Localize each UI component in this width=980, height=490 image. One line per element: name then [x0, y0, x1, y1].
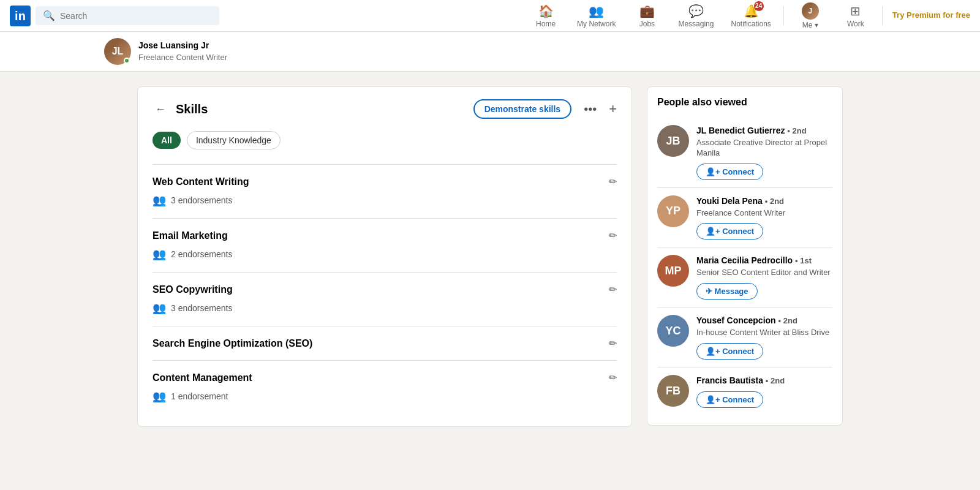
person-info: Youki Dela Pena • 2nd Freelance Content … — [696, 195, 832, 240]
person-avatar[interactable]: YC — [657, 315, 689, 347]
connect-button[interactable]: 👤+ Connect — [696, 343, 763, 360]
person-job-title: Senior SEO Content Editor and Writer — [696, 268, 832, 278]
person-avatar[interactable]: YP — [657, 195, 689, 227]
skills-title: Skills — [176, 102, 466, 116]
premium-link[interactable]: Try Premium for free — [892, 10, 970, 21]
endorsements: 👥 1 endorsement — [153, 390, 617, 403]
nav-item-me[interactable]: J Me ▾ — [789, 2, 832, 29]
person-avatar[interactable]: JB — [657, 125, 689, 157]
network-icon: 👥 — [589, 4, 604, 18]
endorsement-icon: 👥 — [153, 390, 166, 403]
person-item: JB JL Benedict Gutierrez • 2nd Associate… — [657, 118, 832, 187]
endorsement-count: 3 endorsements — [171, 195, 232, 205]
more-options-button[interactable]: ••• — [579, 100, 601, 119]
endorsements: 👥 2 endorsements — [153, 247, 617, 261]
demonstrate-skills-button[interactable]: Demonstrate skills — [473, 99, 572, 119]
person-info: Maria Cecilia Pedrocillo • 1st Senior SE… — [696, 255, 832, 300]
connect-button[interactable]: 👤+ Connect — [696, 391, 763, 408]
nav-item-messaging[interactable]: 💬 Messaging — [671, 4, 721, 28]
home-icon: 🏠 — [538, 4, 554, 18]
jobs-icon: 💼 — [639, 4, 655, 18]
nav-item-network[interactable]: 👥 My Network — [570, 4, 623, 28]
nav-label-me: Me ▾ — [802, 21, 818, 29]
endorsement-icon: 👥 — [153, 247, 166, 261]
nav-label-network: My Network — [577, 20, 616, 28]
person-job-title: In-house Content Writer at Bliss Drive — [696, 328, 832, 338]
person-info: Yousef Concepcion • 2nd In-house Content… — [696, 315, 832, 360]
person-degree: • 2nd — [787, 126, 806, 135]
person-item: FB Francis Bautista • 2nd 👤+ Connect — [657, 367, 832, 415]
person-item: YC Yousef Concepcion • 2nd In-house Cont… — [657, 307, 832, 367]
person-degree: • 2nd — [766, 376, 785, 385]
person-degree: • 1st — [795, 256, 812, 265]
skills-header: ← Skills Demonstrate skills ••• + — [153, 99, 617, 119]
nav-label-work: Work — [847, 20, 864, 28]
messaging-icon: 💬 — [688, 4, 704, 18]
person-name: Francis Bautista • 2nd — [696, 375, 785, 385]
endorsements: 👥 3 endorsements — [153, 301, 617, 315]
skill-name: Web Content Writing — [153, 176, 249, 187]
nav-divider-2 — [882, 6, 883, 26]
person-item: YP Youki Dela Pena • 2nd Freelance Conte… — [657, 187, 832, 247]
nav-item-work[interactable]: ⊞ Work — [834, 4, 877, 28]
person-name: JL Benedict Gutierrez • 2nd — [696, 126, 807, 135]
skill-name: Email Marketing — [153, 230, 228, 241]
skill-item: Email Marketing ✏ 👥 2 endorsements — [153, 218, 617, 272]
skill-edit-button[interactable]: ✏ — [609, 372, 617, 383]
message-button[interactable]: ✈ Message — [696, 283, 758, 300]
work-grid-icon: ⊞ — [850, 4, 861, 18]
skill-item: Content Management ✏ 👥 1 endorsement — [153, 360, 617, 414]
add-skill-button[interactable]: + — [609, 101, 617, 117]
nav-item-notifications[interactable]: 🔔 24 Notifications — [723, 4, 778, 28]
online-indicator — [124, 58, 130, 64]
skill-row: Web Content Writing ✏ — [153, 176, 617, 187]
profile-title: Freelance Content Writer — [138, 52, 227, 63]
person-item: MP Maria Cecilia Pedrocillo • 1st Senior… — [657, 247, 832, 307]
skill-row: Content Management ✏ — [153, 372, 617, 383]
search-bar[interactable]: 🔍 — [36, 6, 219, 25]
skill-edit-button[interactable]: ✏ — [609, 230, 617, 241]
search-input[interactable] — [60, 11, 212, 21]
nav-label-notifications: Notifications — [731, 20, 771, 28]
endorsement-icon: 👥 — [153, 194, 166, 207]
nav-item-home[interactable]: 🏠 Home — [524, 4, 567, 28]
skill-item: SEO Copywriting ✏ 👥 3 endorsements — [153, 272, 617, 326]
notifications-icon: 🔔 24 — [744, 4, 759, 18]
search-icon: 🔍 — [43, 10, 55, 21]
tab-all[interactable]: All — [153, 132, 181, 149]
person-info: JL Benedict Gutierrez • 2nd Associate Cr… — [696, 125, 832, 180]
nav-item-jobs[interactable]: 💼 Jobs — [625, 4, 668, 28]
person-name: Youki Dela Pena • 2nd — [696, 196, 784, 206]
logo-text: in — [15, 10, 26, 22]
nav-items: 🏠 Home 👥 My Network 💼 Jobs 💬 Messaging 🔔… — [524, 2, 970, 29]
profile-bar: JL Jose Luansing Jr Freelance Content Wr… — [0, 32, 980, 72]
profile-name: Jose Luansing Jr — [138, 40, 227, 52]
endorsement-count: 2 endorsements — [171, 249, 232, 259]
skills-card: ← Skills Demonstrate skills ••• + All In… — [137, 86, 632, 427]
skill-name: Search Engine Optimization (SEO) — [153, 338, 312, 349]
connect-button[interactable]: 👤+ Connect — [696, 223, 763, 239]
person-info: Francis Bautista • 2nd 👤+ Connect — [696, 375, 832, 408]
tab-industry-knowledge[interactable]: Industry Knowledge — [187, 131, 281, 149]
nav-label-home: Home — [536, 20, 556, 28]
avatar[interactable]: JL — [104, 38, 131, 65]
skill-edit-button[interactable]: ✏ — [609, 284, 617, 295]
person-avatar[interactable]: FB — [657, 375, 689, 407]
linkedin-logo[interactable]: in — [10, 6, 31, 26]
skills-list: Web Content Writing ✏ 👥 3 endorsements E… — [153, 164, 617, 414]
skill-item: Web Content Writing ✏ 👥 3 endorsements — [153, 164, 617, 218]
connect-button[interactable]: 👤+ Connect — [696, 164, 763, 180]
skill-edit-button[interactable]: ✏ — [609, 337, 617, 349]
people-also-viewed-title: People also viewed — [657, 97, 832, 108]
person-avatar[interactable]: MP — [657, 255, 689, 287]
skill-name: SEO Copywriting — [153, 284, 233, 295]
person-name: Maria Cecilia Pedrocillo • 1st — [696, 255, 812, 265]
nav-divider — [783, 6, 784, 26]
me-avatar: J — [802, 2, 819, 20]
person-job-title: Associate Creative Director at Propel Ma… — [696, 138, 832, 159]
main-content: ← Skills Demonstrate skills ••• + All In… — [123, 86, 858, 427]
person-degree: • 2nd — [778, 316, 797, 325]
skill-edit-button[interactable]: ✏ — [609, 176, 617, 187]
skill-item: Search Engine Optimization (SEO) ✏ — [153, 326, 617, 360]
back-button[interactable]: ← — [153, 100, 168, 118]
